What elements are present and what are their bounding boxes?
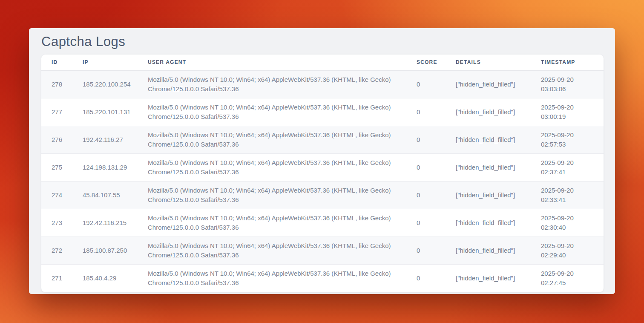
cell-timestamp: 2025-09-20 02:30:40: [531, 209, 604, 237]
cell-ip: 185.40.4.29: [72, 265, 138, 292]
cell-id: 272: [41, 237, 72, 265]
cell-details: ["hidden_field_filled"]: [446, 265, 531, 292]
cell-details: ["hidden_field_filled"]: [446, 154, 531, 182]
table-row: 275124.198.131.29Mozilla/5.0 (Windows NT…: [41, 154, 604, 182]
cell-ip: 45.84.107.55: [72, 182, 138, 209]
cell-user-agent: Mozilla/5.0 (Windows NT 10.0; Win64; x64…: [138, 98, 406, 126]
cell-timestamp: 2025-09-20 02:29:40: [531, 237, 604, 265]
table-row: 27445.84.107.55Mozilla/5.0 (Windows NT 1…: [41, 182, 604, 209]
cell-id: 274: [41, 182, 72, 209]
cell-details: ["hidden_field_filled"]: [446, 209, 531, 237]
cell-id: 278: [41, 71, 72, 98]
cell-timestamp: 2025-09-20 02:27:45: [531, 265, 604, 292]
cell-ip: 192.42.116.27: [72, 126, 138, 154]
cell-user-agent: Mozilla/5.0 (Windows NT 10.0; Win64; x64…: [138, 126, 406, 154]
cell-id: 273: [41, 209, 72, 237]
logs-table-header: ID IP USER AGENT SCORE DETAILS TIMESTAMP: [41, 55, 604, 71]
cell-details: ["hidden_field_filled"]: [446, 237, 531, 265]
cell-user-agent: Mozilla/5.0 (Windows NT 10.0; Win64; x64…: [138, 209, 406, 237]
cell-user-agent: Mozilla/5.0 (Windows NT 10.0; Win64; x64…: [138, 154, 406, 182]
table-row: 272185.100.87.250Mozilla/5.0 (Windows NT…: [41, 237, 604, 265]
logs-table: ID IP USER AGENT SCORE DETAILS TIMESTAMP…: [41, 55, 604, 292]
cell-details: ["hidden_field_filled"]: [446, 182, 531, 209]
cell-user-agent: Mozilla/5.0 (Windows NT 10.0; Win64; x64…: [138, 71, 406, 98]
column-header-ip: IP: [72, 55, 138, 71]
column-header-id: ID: [41, 55, 72, 71]
cell-score: 0: [406, 154, 446, 182]
cell-score: 0: [406, 265, 446, 292]
page-background: Captcha Logs ID IP USER AGENT SCORE: [0, 0, 644, 323]
cell-details: ["hidden_field_filled"]: [446, 71, 531, 98]
table-row: 278185.220.100.254Mozilla/5.0 (Windows N…: [41, 71, 604, 98]
cell-timestamp: 2025-09-20 02:57:53: [531, 126, 604, 154]
cell-id: 275: [41, 154, 72, 182]
page-title: Captcha Logs: [41, 34, 604, 49]
captcha-logs-card: Captcha Logs ID IP USER AGENT SCORE: [29, 28, 615, 294]
cell-ip: 185.220.101.131: [72, 98, 138, 126]
cell-details: ["hidden_field_filled"]: [446, 98, 531, 126]
logs-table-grid: ID IP USER AGENT SCORE DETAILS TIMESTAMP…: [41, 55, 604, 292]
cell-id: 277: [41, 98, 72, 126]
cell-score: 0: [406, 126, 446, 154]
cell-ip: 185.220.100.254: [72, 71, 138, 98]
cell-score: 0: [406, 237, 446, 265]
cell-score: 0: [406, 209, 446, 237]
column-header-score: SCORE: [406, 55, 446, 71]
cell-ip: 185.100.87.250: [72, 237, 138, 265]
cell-details: ["hidden_field_filled"]: [446, 126, 531, 154]
cell-timestamp: 2025-09-20 03:00:19: [531, 98, 604, 126]
cell-score: 0: [406, 182, 446, 209]
table-row: 273192.42.116.215Mozilla/5.0 (Windows NT…: [41, 209, 604, 237]
cell-ip: 124.198.131.29: [72, 154, 138, 182]
cell-user-agent: Mozilla/5.0 (Windows NT 10.0; Win64; x64…: [138, 182, 406, 209]
cell-user-agent: Mozilla/5.0 (Windows NT 10.0; Win64; x64…: [138, 237, 406, 265]
cell-score: 0: [406, 98, 446, 126]
cell-id: 271: [41, 265, 72, 292]
header-row: ID IP USER AGENT SCORE DETAILS TIMESTAMP: [41, 55, 604, 71]
column-header-user-agent: USER AGENT: [138, 55, 406, 71]
cell-timestamp: 2025-09-20 03:03:06: [531, 71, 604, 98]
cell-user-agent: Mozilla/5.0 (Windows NT 10.0; Win64; x64…: [138, 265, 406, 292]
table-row: 276192.42.116.27Mozilla/5.0 (Windows NT …: [41, 126, 604, 154]
cell-id: 276: [41, 126, 72, 154]
table-row: 271185.40.4.29Mozilla/5.0 (Windows NT 10…: [41, 265, 604, 292]
cell-timestamp: 2025-09-20 02:37:41: [531, 154, 604, 182]
column-header-details: DETAILS: [446, 55, 531, 71]
cell-timestamp: 2025-09-20 02:33:41: [531, 182, 604, 209]
cell-ip: 192.42.116.215: [72, 209, 138, 237]
column-header-timestamp: TIMESTAMP: [531, 55, 604, 71]
logs-table-body: 278185.220.100.254Mozilla/5.0 (Windows N…: [41, 71, 604, 292]
table-row: 277185.220.101.131Mozilla/5.0 (Windows N…: [41, 98, 604, 126]
cell-score: 0: [406, 71, 446, 98]
